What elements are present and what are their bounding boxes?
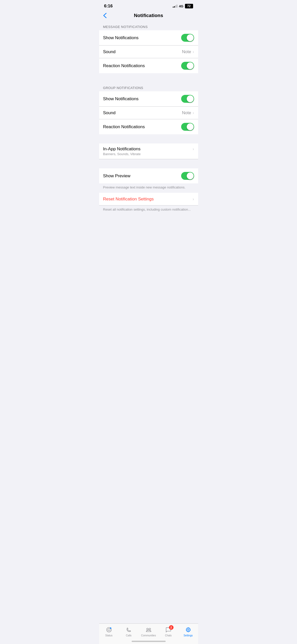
- status-bar: 6:16 4G 72: [99, 0, 198, 11]
- message-reaction-notifications-toggle[interactable]: [181, 62, 194, 70]
- group-sound-right: Note ›: [182, 110, 194, 115]
- group-sound-chevron: ›: [193, 111, 194, 115]
- group-reaction-notifications-label: Reaction Notifications: [103, 124, 145, 129]
- battery-indicator: 72: [185, 4, 193, 8]
- group-notifications-header: GROUP NOTIFICATIONS: [99, 82, 198, 91]
- group-show-notifications-toggle[interactable]: [181, 95, 194, 103]
- gap-2: [99, 134, 198, 143]
- nav-bar: Notifications: [99, 11, 198, 21]
- message-show-notifications-label: Show Notifications: [103, 35, 139, 40]
- show-preview-group: Show Preview: [99, 168, 198, 183]
- content: MESSAGE NOTIFICATIONS Show Notifications…: [99, 21, 198, 236]
- message-sound-value: Note: [182, 49, 191, 54]
- gap-1: [99, 73, 198, 82]
- reset-notifications-label: Reset Notification Settings: [103, 197, 154, 202]
- message-show-notifications-row[interactable]: Show Notifications: [99, 30, 198, 46]
- status-icons: 4G 72: [173, 4, 193, 8]
- message-notifications-header: MESSAGE NOTIFICATIONS: [99, 21, 198, 30]
- show-preview-description: Preview message text inside new message …: [99, 183, 198, 193]
- group-show-notifications-label: Show Notifications: [103, 96, 139, 101]
- signal-icon: [173, 5, 177, 8]
- show-preview-label: Show Preview: [103, 173, 131, 179]
- message-sound-right: Note ›: [182, 49, 194, 54]
- group-sound-value: Note: [182, 110, 191, 115]
- status-time: 6:16: [104, 4, 113, 9]
- group-reaction-notifications-toggle[interactable]: [181, 123, 194, 131]
- inapp-notifications-row[interactable]: In-App Notifications › Banners, Sounds, …: [99, 143, 198, 159]
- group-sound-label: Sound: [103, 110, 116, 115]
- reset-notifications-row[interactable]: Reset Notification Settings ›: [99, 193, 198, 206]
- group-sound-row[interactable]: Sound Note ›: [99, 107, 198, 119]
- message-reaction-notifications-row[interactable]: Reaction Notifications: [99, 58, 198, 73]
- inapp-notifications-chevron: ›: [193, 147, 194, 151]
- gap-3: [99, 159, 198, 168]
- reset-group: Reset Notification Settings ›: [99, 193, 198, 206]
- page-title: Notifications: [134, 13, 163, 18]
- back-button[interactable]: [103, 13, 107, 18]
- show-preview-row[interactable]: Show Preview: [99, 168, 198, 183]
- message-reaction-notifications-label: Reaction Notifications: [103, 63, 145, 68]
- reset-notifications-chevron: ›: [193, 197, 194, 201]
- inapp-notifications-label: In-App Notifications: [103, 147, 140, 152]
- group-notifications-group: Show Notifications Sound Note › Reaction…: [99, 91, 198, 134]
- group-reaction-notifications-row[interactable]: Reaction Notifications: [99, 119, 198, 134]
- show-preview-toggle[interactable]: [181, 172, 194, 180]
- message-sound-row[interactable]: Sound Note ›: [99, 46, 198, 58]
- message-show-notifications-toggle[interactable]: [181, 34, 194, 42]
- inapp-group: In-App Notifications › Banners, Sounds, …: [99, 143, 198, 159]
- message-sound-chevron: ›: [193, 50, 194, 54]
- group-show-notifications-row[interactable]: Show Notifications: [99, 91, 198, 107]
- network-type: 4G: [179, 4, 183, 8]
- message-sound-label: Sound: [103, 49, 116, 54]
- message-notifications-group: Show Notifications Sound Note › Reaction…: [99, 30, 198, 73]
- reset-notifications-description: Reset all notification settings, includi…: [99, 206, 198, 215]
- inapp-notifications-sub-label: Banners, Sounds, Vibrate: [103, 152, 194, 156]
